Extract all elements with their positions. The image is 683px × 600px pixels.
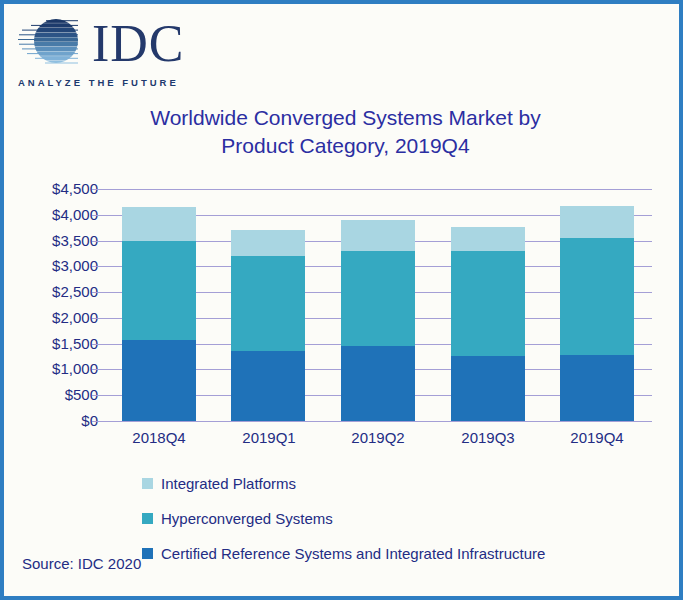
bar-segment: [231, 230, 305, 256]
bar-segment: [122, 340, 196, 421]
idc-brand-text: IDC: [92, 22, 185, 66]
x-axis-label: 2019Q3: [433, 429, 543, 446]
legend-label: Integrated Platforms: [161, 475, 296, 492]
y-axis-tick-label: $2,500: [4, 283, 98, 300]
legend-swatch: [142, 548, 153, 559]
x-axis-label: 2019Q1: [214, 429, 324, 446]
y-axis-tick-label: $500: [4, 386, 98, 403]
y-axis-tick-label: $1,000: [4, 360, 98, 377]
chart-title: Worldwide Converged Systems Market by Pr…: [4, 104, 683, 160]
bar-segment: [560, 355, 634, 422]
idc-globe-icon: [18, 16, 82, 70]
x-axis: 2018Q42019Q12019Q22019Q32019Q4: [104, 429, 652, 449]
bar-segment: [451, 356, 525, 421]
bar-segment: [451, 251, 525, 356]
y-axis-tick-label: $3,500: [4, 232, 98, 249]
y-axis-tick-label: $0: [4, 412, 98, 429]
gridline: [92, 189, 652, 190]
bar-segment: [451, 227, 525, 251]
legend-item: Integrated Platforms: [142, 466, 545, 501]
y-axis: $4,500$4,000$3,500$3,000$2,500$2,000$1,5…: [4, 189, 98, 421]
y-axis-tick-label: $3,000: [4, 257, 98, 274]
y-axis-tick-label: $1,500: [4, 335, 98, 352]
legend-item: Certified Reference Systems and Integrat…: [142, 536, 545, 571]
bar-segment: [231, 351, 305, 421]
x-axis-label: 2018Q4: [104, 429, 214, 446]
legend-label: Hyperconverged Systems: [161, 510, 333, 527]
bar-segment: [341, 251, 415, 346]
bar-segment: [341, 346, 415, 421]
bar-segment: [560, 206, 634, 238]
legend-swatch: [142, 478, 153, 489]
chart-legend: Integrated PlatformsHyperconverged Syste…: [142, 466, 545, 571]
gridline: [92, 421, 652, 422]
y-axis-tick-label: $4,500: [4, 180, 98, 197]
y-axis-tick-label: $2,000: [4, 309, 98, 326]
legend-label: Certified Reference Systems and Integrat…: [161, 545, 545, 562]
idc-tagline: ANALYZE THE FUTURE: [18, 77, 185, 88]
source-note: Source: IDC 2020: [22, 555, 141, 572]
chart-title-line2: Product Category, 2019Q4: [4, 132, 683, 160]
y-axis-tick-label: $4,000: [4, 206, 98, 223]
bar-segment: [341, 220, 415, 251]
chart-card: IDC ANALYZE THE FUTURE Worldwide Converg…: [0, 0, 683, 600]
x-axis-label: 2019Q2: [323, 429, 433, 446]
legend-swatch: [142, 513, 153, 524]
bar-segment: [231, 256, 305, 351]
legend-item: Hyperconverged Systems: [142, 501, 545, 536]
bar-segment: [560, 238, 634, 354]
bar-segment: [122, 207, 196, 240]
chart-title-line1: Worldwide Converged Systems Market by: [4, 104, 683, 132]
bar-segment: [122, 241, 196, 340]
plot-area: [104, 189, 652, 421]
x-axis-label: 2019Q4: [542, 429, 652, 446]
idc-logo: IDC ANALYZE THE FUTURE: [18, 16, 185, 88]
